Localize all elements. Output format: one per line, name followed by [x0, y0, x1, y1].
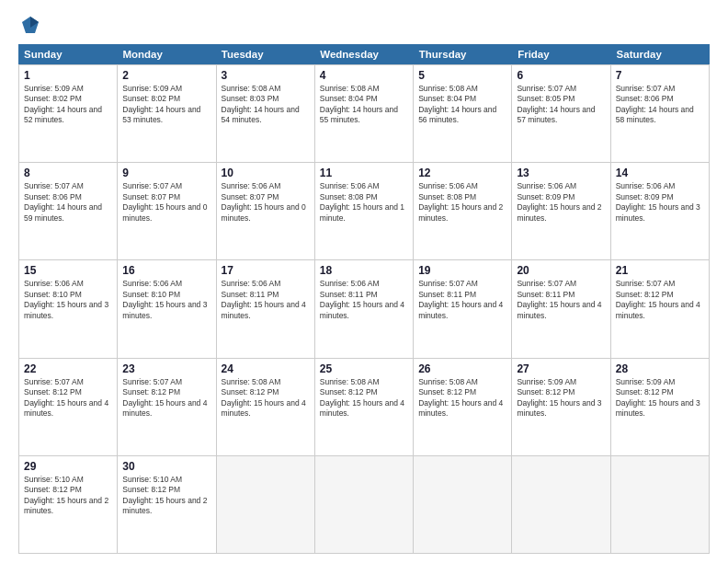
weekday-friday: Friday — [512, 44, 610, 64]
day-number: 28 — [616, 362, 704, 375]
table-row — [611, 456, 710, 553]
logo — [18, 15, 40, 35]
table-row: 2 Sunrise: 5:09 AM Sunset: 8:02 PM Dayli… — [118, 65, 216, 162]
table-row: 22 Sunrise: 5:07 AM Sunset: 8:12 PM Dayl… — [19, 359, 118, 455]
calendar-body: 1 Sunrise: 5:09 AM Sunset: 8:02 PM Dayli… — [18, 64, 710, 554]
header — [18, 15, 710, 35]
day-info: Sunrise: 5:06 AM Sunset: 8:08 PM Dayligh… — [320, 181, 408, 224]
weekday-thursday: Thursday — [414, 44, 512, 64]
day-info: Sunrise: 5:08 AM Sunset: 8:04 PM Dayligh… — [320, 84, 408, 126]
table-row: 20 Sunrise: 5:07 AM Sunset: 8:11 PM Dayl… — [512, 260, 610, 357]
table-row: 25 Sunrise: 5:08 AM Sunset: 8:12 PM Dayl… — [315, 359, 414, 455]
table-row: 24 Sunrise: 5:08 AM Sunset: 8:12 PM Dayl… — [217, 359, 315, 455]
day-info: Sunrise: 5:10 AM Sunset: 8:12 PM Dayligh… — [24, 475, 112, 517]
day-info: Sunrise: 5:06 AM Sunset: 8:10 PM Dayligh… — [24, 279, 112, 321]
calendar: Sunday Monday Tuesday Wednesday Thursday… — [18, 44, 710, 554]
weekday-saturday: Saturday — [611, 44, 710, 64]
day-number: 13 — [517, 167, 605, 179]
table-row: 17 Sunrise: 5:06 AM Sunset: 8:11 PM Dayl… — [217, 260, 315, 357]
table-row: 13 Sunrise: 5:06 AM Sunset: 8:09 PM Dayl… — [512, 163, 610, 259]
day-number: 9 — [122, 167, 210, 179]
calendar-row: 8 Sunrise: 5:07 AM Sunset: 8:06 PM Dayli… — [19, 163, 710, 260]
day-info: Sunrise: 5:08 AM Sunset: 8:04 PM Dayligh… — [418, 84, 506, 126]
table-row: 1 Sunrise: 5:09 AM Sunset: 8:02 PM Dayli… — [19, 65, 118, 162]
weekday-wednesday: Wednesday — [314, 44, 413, 64]
day-info: Sunrise: 5:07 AM Sunset: 8:11 PM Dayligh… — [517, 279, 605, 321]
day-number: 22 — [24, 362, 112, 375]
table-row: 14 Sunrise: 5:06 AM Sunset: 8:09 PM Dayl… — [611, 163, 710, 259]
day-info: Sunrise: 5:08 AM Sunset: 8:12 PM Dayligh… — [320, 377, 408, 419]
calendar-row: 15 Sunrise: 5:06 AM Sunset: 8:10 PM Dayl… — [19, 260, 710, 358]
table-row: 8 Sunrise: 5:07 AM Sunset: 8:06 PM Dayli… — [19, 163, 118, 259]
day-number: 30 — [122, 460, 210, 473]
day-info: Sunrise: 5:07 AM Sunset: 8:07 PM Dayligh… — [122, 181, 210, 224]
day-info: Sunrise: 5:07 AM Sunset: 8:12 PM Dayligh… — [616, 279, 704, 321]
table-row: 28 Sunrise: 5:09 AM Sunset: 8:12 PM Dayl… — [611, 359, 710, 455]
day-info: Sunrise: 5:07 AM Sunset: 8:12 PM Dayligh… — [122, 377, 210, 419]
table-row: 23 Sunrise: 5:07 AM Sunset: 8:12 PM Dayl… — [118, 359, 216, 455]
logo-icon — [20, 15, 40, 35]
day-number: 20 — [517, 264, 605, 277]
table-row — [414, 456, 512, 553]
table-row — [315, 456, 414, 553]
day-number: 21 — [616, 264, 704, 277]
table-row: 16 Sunrise: 5:06 AM Sunset: 8:10 PM Dayl… — [118, 260, 216, 357]
table-row: 21 Sunrise: 5:07 AM Sunset: 8:12 PM Dayl… — [611, 260, 710, 357]
day-number: 27 — [517, 362, 605, 375]
calendar-row: 29 Sunrise: 5:10 AM Sunset: 8:12 PM Dayl… — [19, 456, 710, 554]
calendar-row: 22 Sunrise: 5:07 AM Sunset: 8:12 PM Dayl… — [19, 359, 710, 456]
day-info: Sunrise: 5:06 AM Sunset: 8:11 PM Dayligh… — [222, 279, 310, 321]
table-row: 19 Sunrise: 5:07 AM Sunset: 8:11 PM Dayl… — [414, 260, 512, 357]
table-row: 26 Sunrise: 5:08 AM Sunset: 8:12 PM Dayl… — [414, 359, 512, 455]
day-number: 5 — [418, 69, 506, 82]
table-row — [217, 456, 315, 553]
table-row: 5 Sunrise: 5:08 AM Sunset: 8:04 PM Dayli… — [414, 65, 512, 162]
day-number: 25 — [320, 362, 408, 375]
page: Sunday Monday Tuesday Wednesday Thursday… — [0, 0, 728, 563]
table-row: 18 Sunrise: 5:06 AM Sunset: 8:11 PM Dayl… — [315, 260, 414, 357]
weekday-monday: Monday — [117, 44, 215, 64]
table-row: 27 Sunrise: 5:09 AM Sunset: 8:12 PM Dayl… — [512, 359, 610, 455]
day-number: 10 — [222, 167, 310, 179]
day-number: 17 — [222, 264, 310, 277]
day-number: 1 — [24, 69, 112, 82]
day-number: 8 — [24, 167, 112, 179]
calendar-header: Sunday Monday Tuesday Wednesday Thursday… — [18, 44, 710, 64]
table-row — [512, 456, 610, 553]
calendar-row: 1 Sunrise: 5:09 AM Sunset: 8:02 PM Dayli… — [19, 65, 710, 163]
day-info: Sunrise: 5:06 AM Sunset: 8:08 PM Dayligh… — [418, 181, 506, 224]
day-info: Sunrise: 5:09 AM Sunset: 8:02 PM Dayligh… — [24, 84, 112, 126]
day-number: 2 — [122, 69, 210, 82]
day-info: Sunrise: 5:07 AM Sunset: 8:11 PM Dayligh… — [418, 279, 506, 321]
table-row: 7 Sunrise: 5:07 AM Sunset: 8:06 PM Dayli… — [611, 65, 710, 162]
day-number: 15 — [24, 264, 112, 277]
day-number: 29 — [24, 460, 112, 473]
day-number: 4 — [320, 69, 408, 82]
day-info: Sunrise: 5:06 AM Sunset: 8:09 PM Dayligh… — [517, 181, 605, 224]
table-row: 6 Sunrise: 5:07 AM Sunset: 8:05 PM Dayli… — [512, 65, 610, 162]
day-info: Sunrise: 5:06 AM Sunset: 8:09 PM Dayligh… — [616, 181, 704, 224]
day-number: 18 — [320, 264, 408, 277]
day-number: 12 — [418, 167, 506, 179]
day-number: 16 — [122, 264, 210, 277]
day-info: Sunrise: 5:07 AM Sunset: 8:05 PM Dayligh… — [517, 84, 605, 126]
table-row: 30 Sunrise: 5:10 AM Sunset: 8:12 PM Dayl… — [118, 456, 216, 553]
day-info: Sunrise: 5:08 AM Sunset: 8:12 PM Dayligh… — [222, 377, 310, 419]
day-number: 26 — [418, 362, 506, 375]
day-info: Sunrise: 5:09 AM Sunset: 8:02 PM Dayligh… — [122, 84, 210, 126]
day-number: 24 — [222, 362, 310, 375]
day-info: Sunrise: 5:06 AM Sunset: 8:11 PM Dayligh… — [320, 279, 408, 321]
day-number: 23 — [122, 362, 210, 375]
day-number: 6 — [517, 69, 605, 82]
weekday-tuesday: Tuesday — [216, 44, 314, 64]
day-info: Sunrise: 5:07 AM Sunset: 8:06 PM Dayligh… — [616, 84, 704, 126]
day-info: Sunrise: 5:08 AM Sunset: 8:12 PM Dayligh… — [418, 377, 506, 419]
day-info: Sunrise: 5:10 AM Sunset: 8:12 PM Dayligh… — [122, 475, 210, 517]
table-row: 12 Sunrise: 5:06 AM Sunset: 8:08 PM Dayl… — [414, 163, 512, 259]
day-info: Sunrise: 5:07 AM Sunset: 8:12 PM Dayligh… — [24, 377, 112, 419]
weekday-sunday: Sunday — [18, 44, 117, 64]
day-info: Sunrise: 5:09 AM Sunset: 8:12 PM Dayligh… — [517, 377, 605, 419]
day-info: Sunrise: 5:07 AM Sunset: 8:06 PM Dayligh… — [24, 181, 112, 224]
table-row: 4 Sunrise: 5:08 AM Sunset: 8:04 PM Dayli… — [315, 65, 414, 162]
day-info: Sunrise: 5:06 AM Sunset: 8:07 PM Dayligh… — [222, 181, 310, 224]
